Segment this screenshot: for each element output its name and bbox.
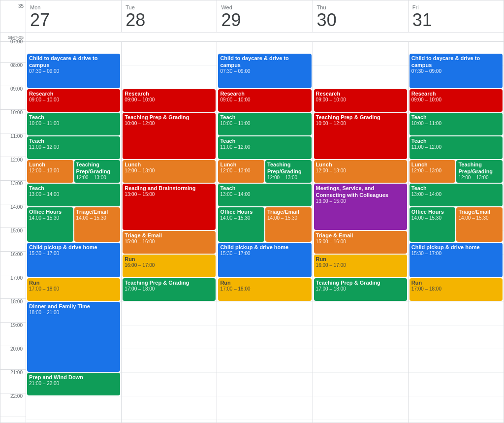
event-wed-2[interactable]: Teach10:00 – 11:00 [218,113,311,135]
event-title: Research [220,90,309,97]
event-thu-0[interactable]: Research09:00 – 10:00 [314,89,407,112]
event-mon-6[interactable]: Teach13:00 – 14:00 [27,184,120,206]
event-title: Lunch [125,161,214,168]
event-mon-2[interactable]: Teach10:00 – 11:00 [27,113,120,135]
event-time: 12:00 – 13:00 [125,168,214,173]
cell-tue-0700 [122,42,217,65]
event-title: Lunch [411,161,454,168]
event-time: 21:00 – 22:00 [29,381,118,386]
event-mon-1[interactable]: Research09:00 – 10:00 [27,89,120,112]
event-fri-10[interactable]: Run17:00 – 18:00 [410,278,503,301]
event-fri-9[interactable]: Child pickup & drive home15:30 – 17:00 [410,243,503,277]
event-wed-10[interactable]: Run17:00 – 18:00 [218,278,311,301]
event-wed-3[interactable]: Teach11:00 – 12:00 [218,136,311,159]
event-wed-7[interactable]: Office Hours14:00 – 15:30 [218,207,264,242]
event-fri-8[interactable]: Triage/Email14:00 – 15:30 [456,207,503,242]
event-wed-1[interactable]: Research09:00 – 10:00 [218,89,311,112]
event-mon-12[interactable]: Prep and Wind Down21:00 – 22:00 [27,373,120,395]
event-fri-3[interactable]: Teach11:00 – 12:00 [410,136,503,159]
event-fri-6[interactable]: Teach13:00 – 14:00 [410,184,503,206]
day-column-fri: Child to daycare & drive to campus07:30 … [409,42,504,423]
event-wed-6[interactable]: Teach13:00 – 14:00 [218,184,311,206]
event-thu-4[interactable]: Triage & Email15:00 – 16:00 [314,231,407,254]
event-thu-1[interactable]: Teaching Prep & Grading10:00 – 12:00 [314,113,407,159]
event-wed-5[interactable]: Teaching Prep/Grading12:00 – 13:00 [265,160,312,183]
event-title: Triage/Email [458,208,501,215]
day-number-thu: 30 [317,10,404,30]
event-title: Run [316,256,405,262]
event-time: 10:00 – 11:00 [220,121,309,126]
event-title: Triage/Email [267,208,310,215]
event-fri-2[interactable]: Teach10:00 – 11:00 [410,113,503,135]
event-wed-0[interactable]: Child to daycare & drive to campus07:30 … [218,54,311,88]
event-title: Teaching Prep & Grading [316,114,405,121]
event-mon-9[interactable]: Child pickup & drive home15:30 – 17:00 [27,243,120,277]
day-header-fri: Fri 31 [409,0,504,32]
event-mon-7[interactable]: Office Hours14:00 – 15:30 [27,207,73,242]
event-title: Prep and Wind Down [29,374,118,381]
event-time: 12:00 – 13:00 [29,168,71,173]
event-time: 09:00 – 10:00 [220,97,309,102]
time-label-0800: 08:00 [0,63,26,86]
event-tue-5[interactable]: Run16:00 – 17:00 [123,255,216,277]
event-fri-7[interactable]: Office Hours14:00 – 15:30 [410,207,456,242]
event-mon-8[interactable]: Triage/Email14:00 – 15:30 [74,207,121,242]
event-thu-2[interactable]: Lunch12:00 – 13:00 [314,160,407,183]
event-mon-0[interactable]: Child to daycare & drive to campus07:30 … [27,54,120,88]
calendar-body: 07:0008:0009:0010:0011:0012:0013:0014:00… [0,42,504,423]
event-thu-6[interactable]: Teaching Prep & Grading17:00 – 18:00 [314,278,407,301]
event-title: Research [29,90,118,97]
event-mon-11[interactable]: Dinner and Family Time18:00 – 21:00 [27,302,120,372]
cell-thu-2200 [313,396,408,420]
event-time: 07:30 – 09:00 [29,68,118,74]
event-time: 12:00 – 13:00 [411,168,454,173]
event-title: Child to daycare & drive to campus [220,55,309,69]
event-title: Teach [29,185,118,192]
event-mon-4[interactable]: Lunch12:00 – 13:00 [27,160,73,183]
event-title: Teach [220,137,309,144]
event-time: 18:00 – 21:00 [29,310,118,315]
event-title: Lunch [316,161,405,168]
cell-tue-2100 [122,373,217,396]
event-thu-3[interactable]: Meetings, Service, and Connecting with C… [314,184,407,230]
time-label-1300: 13:00 [0,181,26,204]
event-time: 10:00 – 11:00 [411,121,501,126]
event-tue-2[interactable]: Lunch12:00 – 13:00 [123,160,216,183]
event-wed-9[interactable]: Child pickup & drive home15:30 – 17:00 [218,243,311,277]
event-thu-5[interactable]: Run16:00 – 17:00 [314,255,407,277]
cell-thu-1900 [313,325,408,349]
day-column-thu: Research09:00 – 10:00Teaching Prep & Gra… [313,42,409,423]
event-title: Lunch [220,161,262,168]
event-fri-4[interactable]: Lunch12:00 – 13:00 [410,160,456,183]
event-title: Meetings, Service, and Connecting with C… [316,185,405,199]
event-title: Teaching Prep & Grading [316,279,405,286]
event-title: Teach [411,114,501,121]
event-tue-0[interactable]: Research09:00 – 10:00 [123,89,216,112]
event-title: Teach [220,185,309,192]
event-fri-5[interactable]: Teaching Prep/Grading12:00 – 13:00 [456,160,503,183]
event-mon-10[interactable]: Run17:00 – 18:00 [27,278,120,301]
event-title: Triage/Email [76,208,119,215]
day-column-tue: Research09:00 – 10:00Teaching Prep & Gra… [122,42,217,423]
cell-tue-2000 [122,349,217,373]
event-fri-0[interactable]: Child to daycare & drive to campus07:30 … [410,54,503,88]
event-title: Teach [411,185,501,192]
event-fri-1[interactable]: Research09:00 – 10:00 [410,89,503,112]
event-title: Teaching Prep/Grading [458,161,501,175]
event-mon-5[interactable]: Teaching Prep/Grading12:00 – 13:00 [74,160,121,183]
cell-wed-2000 [217,349,312,373]
calendar: 35 Mon 27 Tue 28 Wed 29 Thu 30 Fri 31 GM… [0,0,504,423]
event-time: 16:00 – 17:00 [316,262,405,268]
event-tue-6[interactable]: Teaching Prep & Grading17:00 – 18:00 [123,278,216,301]
event-time: 11:00 – 12:00 [411,144,501,150]
event-tue-3[interactable]: Reading and Brainstorming13:00 – 15:00 [123,184,216,230]
event-mon-3[interactable]: Teach11:00 – 12:00 [27,136,120,159]
cell-fri-2100 [409,373,504,396]
event-tue-1[interactable]: Teaching Prep & Grading10:00 – 12:00 [123,113,216,159]
cell-wed-2200 [217,396,312,420]
event-wed-4[interactable]: Lunch12:00 – 13:00 [218,160,264,183]
event-wed-8[interactable]: Triage/Email14:00 – 15:30 [265,207,312,242]
days-grid: Child to daycare & drive to campus07:30 … [26,42,504,423]
event-tue-4[interactable]: Triage & Email15:00 – 16:00 [123,231,216,254]
event-time: 13:00 – 14:00 [411,192,501,197]
